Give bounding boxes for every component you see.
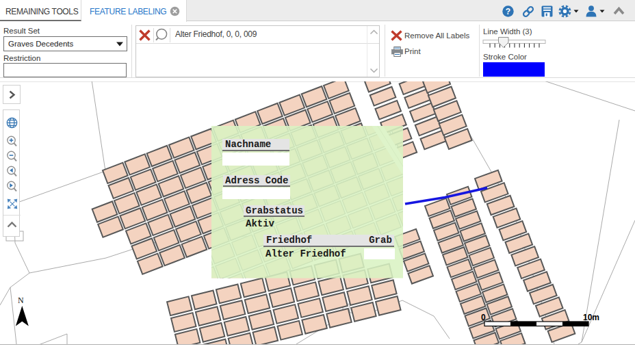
svg-text:N: N xyxy=(18,296,24,305)
svg-text:0: 0 xyxy=(481,313,486,322)
svg-text:?: ? xyxy=(506,7,510,16)
svg-text:10m: 10m xyxy=(583,313,599,322)
